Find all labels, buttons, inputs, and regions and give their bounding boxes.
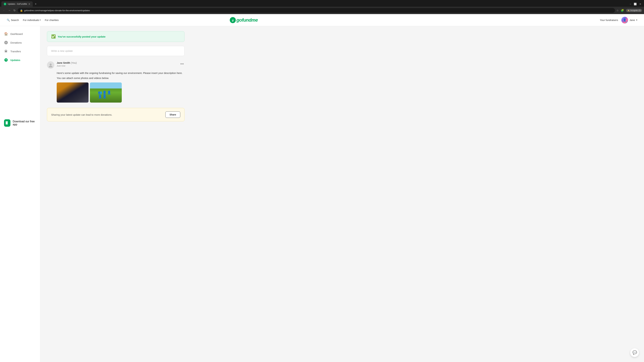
sidebar-item-dashboard[interactable]: 🏠 Dashboard: [0, 29, 40, 38]
svg-point-7: [6, 60, 7, 60]
sidebar: 🏠 Dashboard Donations 🏛 Transfers: [0, 26, 40, 362]
lock-icon: 🔒: [20, 9, 23, 12]
for-individuals-dropdown[interactable]: For individuals ▾: [23, 18, 41, 21]
svg-point-9: [6, 124, 7, 124]
close-window-button[interactable]: ✕: [639, 3, 641, 5]
minimize-button[interactable]: −: [630, 3, 631, 5]
success-message: You've successfully posted your update: [58, 35, 106, 38]
url-text: gofundme.com/manage/wdywu-donate-for-the…: [24, 9, 613, 12]
user-name: Jane: [630, 18, 635, 21]
write-update-input[interactable]: Write a new update: [47, 46, 184, 56]
for-individuals-label: For individuals: [23, 18, 39, 21]
window-controls: − ⬜ ✕: [630, 3, 643, 5]
address-bar: ← → ↻ 🔒 gofundme.com/manage/wdywu-donate…: [0, 7, 644, 14]
share-button[interactable]: Share: [165, 111, 180, 118]
for-charities-link[interactable]: For charities: [45, 18, 59, 21]
post-avatar: [47, 61, 54, 69]
share-banner-text: Sharing your latest update can lead to m…: [51, 113, 112, 116]
search-icon: 🔍: [7, 18, 10, 22]
main-content: ✅ You've successfully posted your update…: [40, 26, 191, 362]
bank-icon: 🏛: [4, 49, 8, 53]
active-tab[interactable]: G Updates - GoFundMe ✕: [1, 1, 33, 7]
browser-tabs: G Updates - GoFundMe ✕ + − ⬜ ✕: [0, 0, 644, 7]
avatar: 👤: [621, 17, 628, 23]
sidebar-item-updates[interactable]: Updates: [0, 56, 40, 64]
post-meta: Jane Smith (You) Just now: [57, 61, 177, 67]
incognito-icon: 🕵: [628, 9, 630, 11]
site-header: 🔍 Search For individuals ▾ For charities…: [0, 14, 644, 26]
user-menu[interactable]: 👤 Jane ▾: [621, 17, 637, 23]
target-icon: [4, 40, 8, 44]
svg-point-6: [5, 60, 6, 60]
user-menu-chevron-icon: ▾: [636, 19, 637, 21]
share-banner: Sharing your latest update can lead to m…: [47, 108, 184, 121]
incognito-label: Incognito (2): [630, 9, 641, 11]
svg-point-4: [6, 42, 6, 43]
update-post: Jane Smith (You) Just now ••• Here's som…: [47, 61, 184, 103]
svg-rect-10: [6, 122, 7, 122]
post-photo-1[interactable]: [57, 82, 88, 103]
reload-button[interactable]: ↻: [13, 8, 16, 13]
for-charities-label: For charities: [45, 18, 59, 21]
header-nav-right: Your fundraisers 👤 Jane ▾: [600, 17, 637, 23]
post-photos: 👥👤👤👤👤: [57, 82, 184, 103]
sidebar-item-label-updates: Updates: [10, 59, 20, 61]
download-app-section[interactable]: Download our free app: [0, 116, 40, 130]
back-button[interactable]: ←: [2, 8, 6, 12]
search-nav-link[interactable]: 🔍 Search: [7, 18, 19, 22]
success-check-icon: ✅: [51, 34, 56, 39]
new-tab-button[interactable]: +: [33, 2, 38, 6]
post-time: Just now: [57, 64, 177, 67]
sidebar-item-label-dashboard: Dashboard: [10, 32, 23, 35]
success-banner: ✅ You've successfully posted your update: [47, 31, 184, 42]
browser-chrome: G Updates - GoFundMe ✕ + − ⬜ ✕ ← → ↻ 🔒 g…: [0, 0, 644, 14]
chevron-down-icon: ▾: [40, 19, 41, 21]
post-options-button[interactable]: •••: [180, 61, 184, 66]
sidebar-item-label-transfers: Transfers: [10, 50, 21, 53]
post-body: Here's some update with the ongoing fund…: [57, 71, 184, 80]
svg-point-5: [4, 58, 8, 62]
post-photo-2[interactable]: 👥👤👤👤👤: [90, 82, 122, 103]
forward-button[interactable]: →: [8, 8, 12, 12]
incognito-badge[interactable]: 🕵 Incognito (2): [626, 9, 642, 12]
page-layout: 🏠 Dashboard Donations 🏛 Transfers: [0, 26, 644, 362]
chat-support-button[interactable]: 💬: [630, 348, 639, 357]
sidebar-item-label-donations: Donations: [10, 41, 22, 44]
sidebar-item-transfers[interactable]: 🏛 Transfers: [0, 47, 40, 56]
post-author-name: Jane Smith (You): [57, 61, 177, 64]
people-silhouettes: 👥👤👤👤👤: [98, 90, 114, 98]
updates-icon: [4, 58, 8, 62]
download-app-label: Download our free app: [13, 120, 36, 126]
app-icon: [4, 119, 10, 127]
tab-title: Updates - GoFundMe: [8, 3, 27, 5]
you-label: (You): [71, 61, 77, 64]
tab-close-button[interactable]: ✕: [28, 3, 30, 5]
author-name: Jane Smith: [57, 61, 71, 64]
bookmark-icon[interactable]: ☆: [616, 9, 619, 12]
post-body-line2: You can attach some photos and videos be…: [57, 76, 184, 80]
restore-button[interactable]: ⬜: [634, 3, 636, 5]
svg-point-11: [50, 63, 52, 65]
home-icon: 🏠: [4, 32, 8, 36]
search-label: Search: [11, 18, 19, 21]
tab-favicon: G: [4, 3, 6, 5]
svg-text:g: g: [232, 19, 234, 22]
gofundme-logo[interactable]: g gofundme: [230, 17, 258, 23]
svg-point-12: [49, 66, 52, 67]
url-bar[interactable]: 🔒 gofundme.com/manage/wdywu-donate-for-t…: [18, 8, 615, 13]
write-update-placeholder: Write a new update: [51, 49, 73, 52]
header-nav-left: 🔍 Search For individuals ▾ For charities: [7, 18, 59, 22]
post-body-line1: Here's some update with the ongoing fund…: [57, 71, 184, 75]
logo-svg: g: [230, 17, 236, 23]
your-fundraisers-link[interactable]: Your fundraisers: [600, 18, 618, 21]
sidebar-item-donations[interactable]: Donations: [0, 38, 40, 47]
post-header: Jane Smith (You) Just now •••: [47, 61, 184, 69]
extensions-icon[interactable]: 🧩: [620, 8, 625, 13]
chat-icon: 💬: [632, 351, 637, 355]
logo-text: gofundme: [236, 17, 258, 23]
